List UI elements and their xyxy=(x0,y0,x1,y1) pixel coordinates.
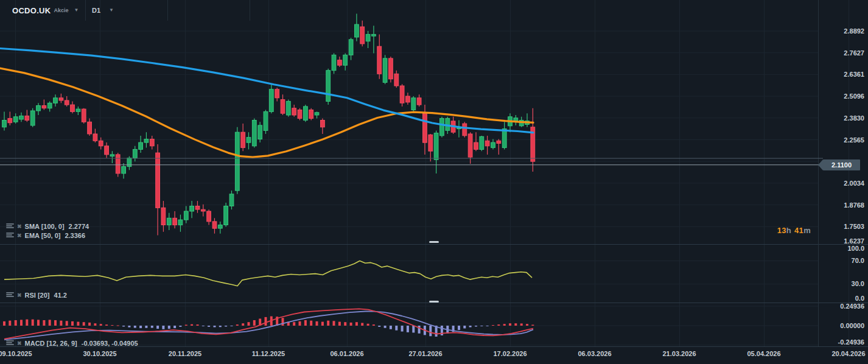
candle-body xyxy=(173,218,177,225)
timeframe-label[interactable]: D1 xyxy=(92,7,100,14)
ema-indicator-label: EMA [50, 0] xyxy=(25,232,61,239)
indicator-remove-icon[interactable]: ✖ xyxy=(17,293,22,298)
axis-label: 2.8892 xyxy=(844,27,864,35)
panel-resize-handle[interactable] xyxy=(429,301,439,303)
candle-body xyxy=(76,109,80,111)
panel-resize-handle[interactable] xyxy=(429,241,439,243)
candle-body xyxy=(377,46,382,74)
candle-body xyxy=(332,55,336,70)
macd-histogram-bar xyxy=(100,324,102,326)
indicator-remove-icon[interactable]: ✖ xyxy=(17,233,22,239)
candle-body xyxy=(156,153,160,208)
indicator-settings-icon[interactable] xyxy=(6,340,14,346)
candle-body xyxy=(383,58,387,82)
candle-body xyxy=(406,96,410,102)
macd-histogram-bar xyxy=(514,323,517,326)
axis-label: 20.04.2026 xyxy=(831,350,865,357)
macd-histogram-bar xyxy=(327,321,329,326)
ema-indicator-value: 2.3366 xyxy=(65,232,85,239)
chart-canvas[interactable]: 2.88922.76272.63612.50962.38302.25652.00… xyxy=(0,0,868,364)
candle-body xyxy=(54,98,58,103)
rsi-indicator-row: ✖ RSI [20] 41.2 xyxy=(6,292,67,299)
macd-histogram-bar xyxy=(486,326,489,326)
axis-label: 0.24936 xyxy=(840,303,864,310)
indicator-settings-icon[interactable] xyxy=(6,233,14,239)
rsi-indicator-label: RSI [20] xyxy=(25,292,50,299)
macd-histogram-bar xyxy=(469,326,472,327)
symbol-chevron-down-icon[interactable]: ▼ xyxy=(74,8,79,13)
macd-histogram-bar xyxy=(128,326,130,327)
indicator-settings-icon[interactable] xyxy=(6,223,14,229)
candle-body xyxy=(2,121,7,127)
countdown-minutes-unit: m xyxy=(803,226,811,235)
indicator-remove-icon[interactable]: ✖ xyxy=(17,224,22,229)
candle-body xyxy=(360,27,365,44)
sma-indicator-value: 2.2774 xyxy=(69,223,89,230)
candle-body xyxy=(25,116,29,120)
candle-body xyxy=(224,206,228,225)
macd-histogram-bar xyxy=(520,323,523,326)
axis-label: 2.5096 xyxy=(844,93,864,100)
candle-body xyxy=(241,132,245,147)
candle-body xyxy=(355,24,359,37)
candle-body xyxy=(201,209,205,211)
candle-body xyxy=(65,100,69,105)
candle-body xyxy=(281,100,285,114)
macd-histogram-bar xyxy=(26,320,28,326)
current-price-badge: 2.1100 xyxy=(823,159,860,170)
macd-histogram-bar xyxy=(37,320,40,326)
candle-body xyxy=(47,103,52,108)
candle-body xyxy=(133,149,137,158)
symbol-label[interactable]: OCDO.UK xyxy=(12,6,51,15)
timeframe-selector[interactable]: D1 ▼ xyxy=(92,0,114,21)
macd-histogram-bar xyxy=(412,326,415,333)
candle-body xyxy=(235,132,239,191)
candle-body xyxy=(480,136,484,149)
indicator-remove-icon[interactable]: ✖ xyxy=(17,341,22,346)
macd-histogram-bar xyxy=(191,324,193,326)
macd-histogram-bar xyxy=(185,325,187,326)
macd-histogram-bar xyxy=(367,324,369,326)
indicator-settings-icon[interactable] xyxy=(6,292,14,298)
macd-histogram-bar xyxy=(231,326,233,326)
countdown-hours-unit: h xyxy=(786,226,791,235)
timeframe-chevron-down-icon[interactable]: ▼ xyxy=(109,8,114,13)
axis-label: 2.2565 xyxy=(844,136,864,144)
macd-histogram-bar xyxy=(316,321,318,326)
candle-body xyxy=(474,142,478,149)
candle-body xyxy=(71,105,75,111)
candle-body xyxy=(338,60,342,66)
macd-histogram-bar xyxy=(248,322,250,326)
candle-body xyxy=(13,117,18,122)
macd-histogram-bar xyxy=(492,325,494,326)
candle-body xyxy=(389,58,393,79)
candle-body xyxy=(315,113,319,115)
candle-body xyxy=(258,125,262,139)
panel-separators xyxy=(0,0,868,347)
candle-body xyxy=(37,106,41,111)
axis-label: 21.03.2026 xyxy=(662,350,696,357)
macd-histogram-bar xyxy=(355,322,358,326)
axis-label: 17.02.2026 xyxy=(493,350,527,357)
candle-body xyxy=(93,134,97,141)
candle-body xyxy=(309,110,313,119)
moving-averages-layer xyxy=(0,49,533,158)
macd-histogram-bar xyxy=(219,326,222,327)
candle-body xyxy=(434,133,438,160)
macd-histogram-bar xyxy=(43,320,45,326)
macd-histogram-bar xyxy=(503,324,506,326)
macd-histogram-bar xyxy=(66,321,68,326)
macd-histogram-bar xyxy=(83,322,85,326)
axis-label: 2.3830 xyxy=(844,114,864,122)
candle-body xyxy=(99,141,103,146)
candle-body xyxy=(218,225,222,229)
macd-histogram-bar xyxy=(373,324,375,326)
candle-body xyxy=(497,141,501,143)
macd-histogram-bar xyxy=(265,317,267,326)
macd-histogram-bar xyxy=(361,323,363,326)
candle-body xyxy=(463,124,467,136)
candle-body xyxy=(212,222,217,228)
candle-body xyxy=(184,211,188,220)
panel-resize-handles xyxy=(429,241,439,303)
axis-label: 30.0 xyxy=(852,280,864,287)
